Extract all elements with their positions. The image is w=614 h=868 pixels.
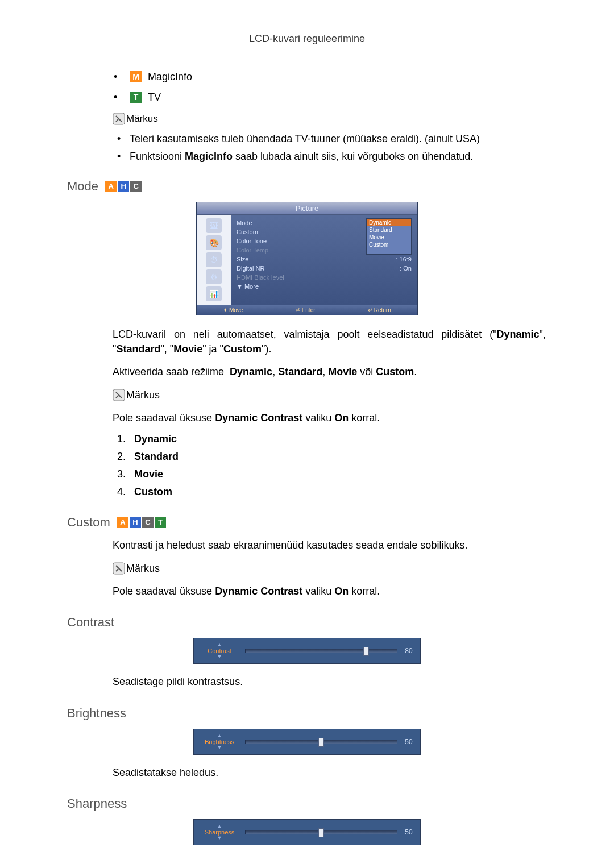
- item-label: TV: [148, 92, 161, 103]
- slider-label: Sharpness: [205, 829, 235, 836]
- badge-a-icon: A: [117, 517, 128, 528]
- up-arrow-icon: ▲: [217, 824, 222, 829]
- osd-side-icon: 🖼: [206, 218, 222, 233]
- badge-row: A H C T: [117, 517, 166, 528]
- custom-note: Pole saadaval üksuse Dynamic Contrast va…: [113, 584, 546, 599]
- footer-divider: [51, 859, 563, 859]
- section-custom-title: Custom A H C T: [67, 514, 551, 529]
- page-header: LCD-kuvari reguleerimine: [51, 33, 563, 51]
- slider-value: 50: [397, 738, 420, 746]
- magicinfo-icon: M: [130, 71, 142, 82]
- badge-h-icon: H: [118, 181, 129, 192]
- slider-value: 80: [397, 647, 420, 655]
- badge-h-icon: H: [130, 517, 141, 528]
- up-arrow-icon: ▲: [217, 642, 222, 647]
- osd-footer: ✦ Move⏎ Enter↵ Return: [197, 305, 417, 315]
- mode-note: Pole saadaval üksuse Dynamic Contrast va…: [113, 410, 546, 425]
- osd-side-icon: ⏱: [206, 252, 222, 267]
- note-icon: [113, 562, 125, 575]
- tv-icon: T: [130, 92, 142, 103]
- note-list: Teleri kasutamiseks tuleb ühendada TV-tu…: [117, 133, 551, 163]
- mode-options-list: 1.Dynamic 2.Standard 3.Movie 4.Custom: [117, 433, 551, 498]
- note-item: Teleri kasutamiseks tuleb ühendada TV-tu…: [117, 133, 551, 145]
- badge-t-icon: T: [155, 517, 166, 528]
- badge-c-icon: C: [142, 517, 154, 528]
- list-item: T TV: [114, 91, 551, 103]
- list-item: 1.Dynamic: [117, 433, 551, 445]
- osd-menu-screenshot: Picture 🖼 🎨 ⏱ ⚙ 📊 Mode Custom Color Tone: [196, 202, 418, 315]
- svg-text:M: M: [132, 72, 139, 81]
- note-heading: Märkus: [113, 560, 546, 576]
- slider-thumb: [318, 828, 324, 837]
- slider-track: [245, 830, 397, 834]
- up-arrow-icon: ▲: [217, 733, 222, 738]
- badge-a-icon: A: [105, 181, 117, 192]
- note-heading: Märkus: [113, 113, 551, 125]
- slider-thumb: [363, 647, 369, 656]
- down-arrow-icon: ▼: [217, 836, 222, 841]
- note-icon: [113, 113, 125, 125]
- section-contrast-title: Contrast: [67, 614, 551, 630]
- mode-para1: LCD-kuvaril on neli automaatset, valmist…: [113, 327, 546, 356]
- osd-dropdown: Dynamic Standard Movie Custom: [366, 218, 412, 255]
- badge-c-icon: C: [130, 181, 142, 192]
- contrast-desc: Seadistage pildi kontrastsus.: [113, 674, 546, 689]
- list-item: 2.Standard: [117, 451, 551, 463]
- contrast-slider: ▲ Contrast ▼ 80: [193, 638, 421, 664]
- slider-track: [245, 740, 397, 744]
- note-heading: Märkus: [113, 387, 546, 402]
- osd-side-icon: 🎨: [206, 235, 222, 250]
- section-brightness-title: Brightness: [67, 705, 551, 720]
- sharpness-slider: ▲ Sharpness ▼ 50: [193, 819, 421, 845]
- slider-thumb: [318, 738, 324, 747]
- item-label: MagicInfo: [148, 71, 192, 82]
- osd-sidebar: 🖼 🎨 ⏱ ⚙ 📊: [197, 215, 231, 305]
- down-arrow-icon: ▼: [217, 745, 222, 750]
- list-item: M MagicInfo: [114, 70, 551, 83]
- mode-para2: Aktiveerida saab režiime Dynamic, Standa…: [113, 364, 546, 379]
- osd-side-icon: 📊: [206, 286, 222, 301]
- brightness-desc: Seadistatakse heledus.: [113, 765, 546, 780]
- slider-label: Brightness: [205, 738, 234, 745]
- note-icon: [113, 389, 125, 401]
- section-sharpness-title: Sharpness: [67, 796, 551, 811]
- osd-header: Picture: [197, 202, 417, 215]
- osd-items: Mode Custom Color Tone Color Temp. Dynam…: [231, 215, 417, 305]
- down-arrow-icon: ▼: [217, 654, 222, 659]
- osd-side-icon: ⚙: [206, 269, 222, 284]
- top-item-list: M MagicInfo T TV: [114, 70, 551, 103]
- list-item: 4.Custom: [117, 486, 551, 498]
- slider-value: 50: [397, 828, 420, 836]
- svg-text:T: T: [134, 93, 139, 102]
- section-mode-title: Mode A H C: [67, 178, 551, 194]
- note-item: Funktsiooni MagicInfo saab lubada ainult…: [117, 151, 551, 163]
- custom-para: Kontrasti ja heledust saab ekraanimenüüd…: [113, 538, 546, 553]
- list-item: 3.Movie: [117, 468, 551, 480]
- brightness-slider: ▲ Brightness ▼ 50: [193, 729, 421, 755]
- header-divider: [51, 51, 563, 51]
- badge-row: A H C: [105, 181, 142, 192]
- slider-track: [245, 649, 397, 653]
